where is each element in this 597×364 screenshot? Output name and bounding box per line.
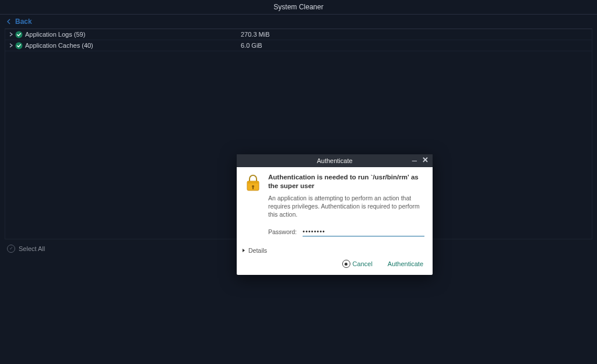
radio-dot-icon	[342, 260, 350, 268]
svg-rect-3	[247, 181, 259, 183]
details-expander[interactable]: Details	[237, 242, 433, 256]
back-button[interactable]: Back	[6, 17, 32, 26]
svg-point-1	[15, 42, 22, 49]
window-title: System Cleaner	[0, 0, 597, 15]
chevron-right-icon	[241, 248, 246, 253]
checked-circle-icon[interactable]	[15, 30, 23, 38]
cancel-label: Cancel	[353, 260, 373, 267]
minimize-icon[interactable]: –	[410, 156, 419, 164]
authenticate-button[interactable]: Authenticate	[388, 260, 423, 267]
authenticate-dialog: Authenticate – ✕ Authentication is neede…	[237, 154, 433, 275]
select-all-label: Select All	[19, 245, 45, 252]
list-item[interactable]: Application Caches (40) 6.0 GiB	[5, 40, 592, 51]
close-icon[interactable]: ✕	[421, 156, 429, 164]
password-label: Password:	[268, 228, 297, 235]
toolbar: Back	[0, 15, 597, 29]
svg-point-0	[15, 31, 22, 38]
chevron-right-icon[interactable]	[8, 42, 15, 49]
checked-circle-icon[interactable]	[15, 41, 23, 50]
cancel-button[interactable]: Cancel	[342, 260, 373, 268]
back-arrow-icon	[6, 18, 13, 25]
list-item[interactable]: Application Logs (59) 270.3 MiB	[5, 29, 592, 40]
chevron-right-icon[interactable]	[8, 31, 15, 38]
password-input[interactable]	[303, 227, 424, 236]
dialog-heading: Authentication is needed to run `/usr/bi…	[268, 173, 424, 190]
list-item-size: 270.3 MiB	[241, 31, 357, 38]
dialog-title-text: Authenticate	[317, 157, 352, 164]
list-item-name: Application Caches (40)	[25, 42, 241, 49]
dialog-description: An application is attempting to perform …	[268, 194, 424, 219]
list-item-name: Application Logs (59)	[25, 31, 241, 38]
select-all-check-icon	[7, 245, 15, 253]
dialog-titlebar[interactable]: Authenticate – ✕	[237, 154, 433, 167]
back-label: Back	[15, 17, 32, 26]
lock-icon	[245, 173, 261, 239]
svg-rect-5	[252, 187, 254, 189]
details-label: Details	[248, 247, 267, 254]
select-all-toggle[interactable]: Select All	[7, 245, 45, 253]
list-item-size: 6.0 GiB	[241, 42, 357, 49]
